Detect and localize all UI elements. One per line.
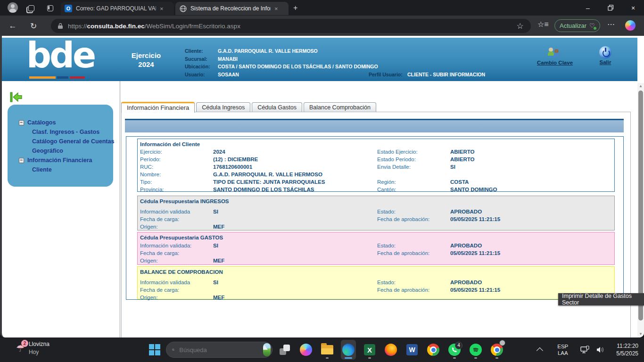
field-value: 05/05/2025 11:21:15 [450, 215, 614, 223]
collapse-toggle-icon[interactable]: − [19, 158, 24, 163]
word-icon[interactable]: W [405, 340, 420, 360]
sidebar-item-catalogos[interactable]: −Catálogos [8, 118, 113, 127]
url-scheme: https:// [68, 23, 87, 30]
window-minimize-button[interactable]: – [577, 0, 599, 16]
spotify-icon[interactable] [468, 340, 483, 360]
browser-profile-avatar[interactable] [8, 2, 18, 13]
sidebar-item-cliente[interactable]: Cliente [8, 165, 113, 174]
field-label: RUC: [140, 163, 213, 171]
field-label: Cliente: [185, 47, 218, 55]
search-input[interactable] [178, 346, 263, 354]
tab-cedula-ingresos[interactable]: Cédula Ingresos [196, 102, 250, 112]
sidebar-item-informacion-financiera[interactable]: −Información Financiera [8, 156, 113, 165]
field-label [377, 171, 450, 178]
cambio-clave-link[interactable]: Cambio Clave [529, 47, 581, 66]
window-close-button[interactable]: × [622, 0, 644, 16]
tab-informacion-financiera[interactable]: Información Financiera [121, 102, 195, 113]
collapse-toggle-icon[interactable]: − [19, 120, 24, 125]
window-restore-button[interactable] [600, 0, 621, 16]
whatsapp-icon[interactable]: 4 [447, 340, 462, 360]
tab-actions-icon[interactable] [44, 2, 56, 14]
tab-title: Sistema de Recoleccion de Inform [190, 5, 271, 12]
field-label: Tipo: [140, 178, 213, 186]
tray-clock[interactable]: 11:22:205/5/2025 [616, 342, 638, 357]
browser-tab-correo[interactable]: O Correo: GAD PARROQUIAL VALLE × [61, 2, 174, 15]
field-value: SOSAAN [218, 71, 369, 79]
panel-title: Información del Cliente [140, 140, 614, 148]
favorite-star-icon[interactable]: ☆ [514, 20, 526, 32]
tab-content-area: Información del Cliente Ejercicio:2024Es… [121, 112, 631, 337]
salir-link[interactable]: Salir [592, 46, 619, 65]
sidebar-item-label: Catálogos [27, 118, 56, 127]
start-button[interactable] [149, 344, 160, 355]
field-label: Origen: [140, 294, 213, 301]
favorites-hub-icon[interactable]: ☆≡ [537, 20, 549, 29]
browser-titlebar: O Correo: GAD PARROQUIAL VALLE × Sistema… [0, 0, 644, 16]
tab-cedula-gastos[interactable]: Cédula Gastos [252, 102, 302, 112]
field-label: Fecha de aprobación: [377, 286, 450, 294]
field-value: APROBADO [450, 242, 614, 249]
scroll-up-icon[interactable]: ▲ [637, 83, 644, 90]
field-value: SI [213, 208, 377, 215]
field-value: G.A.D. PARROQUIAL R. VALLE HERMOSO [218, 47, 487, 55]
field-value: ABIERTO [450, 148, 614, 156]
field-label [377, 257, 450, 264]
field-label: Estado Periodo: [377, 156, 450, 163]
field-value: APROBADO [450, 279, 614, 286]
field-label: Fecha de carga: [140, 249, 213, 257]
new-tab-button[interactable]: + [293, 4, 297, 12]
language-indicator[interactable]: ESPLAA [557, 343, 568, 356]
panel-title: BALANCE DE COMPROBACION [140, 268, 614, 276]
edge-icon[interactable] [341, 340, 356, 360]
outlook-icon: O [65, 5, 72, 12]
field-value: MANABI [218, 55, 487, 63]
address-bar[interactable]: https://consulta.bde.fin.ec/WebSim/Login… [51, 19, 531, 33]
actualizar-button[interactable]: Actualizar ♡ [554, 19, 600, 32]
copilot-icon[interactable] [625, 20, 636, 31]
taskbar-search[interactable] [166, 342, 272, 358]
chrome-icon[interactable] [426, 340, 441, 360]
tab-title: Correo: GAD PARROQUIAL VALLE [76, 5, 156, 12]
search-highlight-image[interactable] [263, 343, 271, 356]
field-label: Fecha de aprobación: [377, 215, 450, 223]
field-label [377, 294, 450, 301]
tray-chevron-icon[interactable] [537, 347, 543, 354]
firefox-icon[interactable] [383, 340, 398, 360]
field-value: 2024 [213, 148, 377, 156]
field-value: MEF [213, 257, 377, 264]
task-view-icon[interactable] [277, 340, 292, 360]
field-value [450, 223, 614, 230]
workspaces-icon[interactable] [25, 2, 37, 14]
collapse-menu-arrow-icon[interactable] [9, 91, 23, 105]
field-label: Información validada: [140, 242, 213, 249]
field-label: Sucursal: [185, 55, 218, 63]
file-explorer-icon[interactable] [320, 340, 335, 360]
more-menu-icon[interactable]: ⋯ [607, 20, 615, 29]
field-value: SANTO DOMINGO [450, 186, 614, 193]
field-label: Provincia: [140, 186, 213, 193]
tab-balance-comprobacion[interactable]: Balance Comprobación [304, 102, 376, 112]
sidebar-item-catalogo-general-de-cuentas[interactable]: Catálogo General de Cuentas [8, 137, 113, 146]
web-page: bde Ejercicio2024 Cliente:G.A.D. PARROQU… [0, 36, 644, 337]
windows-taskbar: ☂2 Llovizna Hoy X W 4 [0, 337, 644, 362]
scrollbar-thumb[interactable] [638, 90, 643, 321]
network-icon[interactable] [580, 346, 590, 354]
back-icon[interactable]: ← [7, 20, 19, 32]
sidebar-item-clasf-ingresos-gastos[interactable]: Clasf. Ingresos - Gastos [8, 127, 113, 137]
tooltip-imprimir-detalle: Imprimir Detalle de Gastos Sector [558, 293, 644, 305]
tab-close-icon[interactable]: × [160, 5, 164, 12]
panels-container: Información del Cliente Ejercicio:2024Es… [126, 136, 624, 300]
excel-icon[interactable]: X [362, 340, 377, 360]
sidebar-item-label: Cliente [32, 165, 52, 174]
volume-icon[interactable] [596, 346, 606, 354]
refresh-icon[interactable]: ↻ [27, 20, 40, 32]
scroll-down-icon[interactable]: ▼ [637, 331, 644, 337]
tab-close-icon[interactable]: × [274, 5, 278, 12]
weather-widget[interactable]: ☂2 Llovizna Hoy [16, 340, 50, 356]
browser-tab-sistema[interactable]: Sistema de Recoleccion de Inform × [175, 2, 289, 15]
sidebar-item-geografico[interactable]: Geográfico [8, 146, 113, 156]
gastos-panel: Cédula Presupuestaria GASTOS Información… [137, 232, 615, 265]
chrome-profile-icon[interactable] [489, 340, 504, 360]
copilot-taskbar-icon[interactable] [298, 340, 314, 360]
field-value [213, 249, 377, 257]
